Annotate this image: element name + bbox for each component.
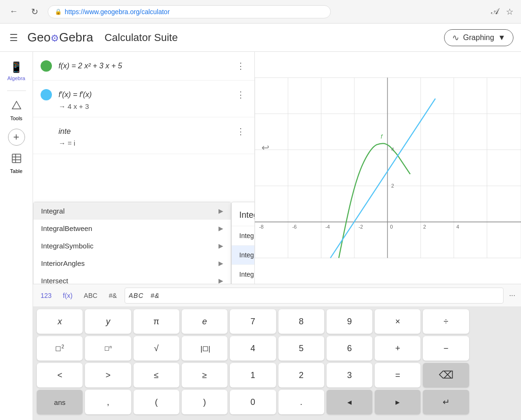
- key-5[interactable]: 5: [278, 336, 324, 361]
- expression-input[interactable]: [125, 288, 504, 304]
- bookmark-button[interactable]: ☆: [504, 5, 515, 19]
- calc-suite-title: Calculator Suite: [104, 32, 177, 44]
- key-plus[interactable]: +: [375, 336, 420, 361]
- expr-menu-btn-3[interactable]: ⋮: [233, 124, 249, 139]
- sidebar-item-table[interactable]: Table: [3, 149, 30, 178]
- key-open-paren[interactable]: (: [134, 390, 179, 414]
- key-greater-than[interactable]: >: [85, 363, 131, 387]
- key-9[interactable]: 9: [327, 309, 372, 334]
- table-icon: [11, 153, 22, 166]
- input-tab-fx[interactable]: f(x): [59, 290, 76, 301]
- reload-button[interactable]: ↻: [27, 5, 42, 19]
- input-tab-hash[interactable]: #&: [105, 290, 120, 301]
- key-enter[interactable]: ↵: [423, 390, 469, 414]
- autocomplete-chevron-1: ▶: [218, 225, 223, 232]
- add-expression-button[interactable]: +: [8, 129, 25, 146]
- key-ans[interactable]: ans: [37, 390, 83, 414]
- expr-menu-btn-1[interactable]: ⋮: [233, 59, 249, 73]
- sidebar-item-tools[interactable]: Tools: [3, 97, 30, 125]
- key-comma[interactable]: ,: [85, 390, 131, 414]
- svg-text:|☐|: |☐|: [201, 345, 210, 353]
- input-tab-123[interactable]: 123: [37, 290, 55, 301]
- logo-geogebra: Geo⚙Gebra: [27, 30, 93, 45]
- sidebar-item-label-table: Table: [10, 168, 22, 174]
- key-abs[interactable]: |☐|: [182, 336, 227, 361]
- key-pi[interactable]: π: [134, 309, 179, 334]
- key-divide[interactable]: ÷: [423, 309, 469, 334]
- key-equals[interactable]: =: [375, 363, 420, 387]
- input-more-button[interactable]: ···: [507, 289, 517, 302]
- autocomplete-label-3: InteriorAngles: [41, 259, 85, 267]
- url-text: https://www.geogebra.org/calculator: [65, 8, 170, 16]
- autocomplete-label-4: Intersect: [41, 277, 68, 284]
- autocomplete-label-0: Integral: [41, 207, 65, 215]
- parabola-curve: [339, 143, 410, 258]
- graph-area[interactable]: -8 -6 -4 -2 0 2 4 2 4: [255, 52, 521, 284]
- address-bar[interactable]: 🔒 https://www.geogebra.org/calculator: [48, 5, 331, 18]
- expr-dot-3: [39, 124, 54, 139]
- key-multiply[interactable]: ×: [375, 309, 420, 334]
- key-y[interactable]: y: [85, 309, 131, 334]
- tooltip-panel: Integral ? Integral( Function ) Integral…: [231, 202, 255, 284]
- key-right-arrow[interactable]: ▸: [375, 390, 420, 414]
- tooltip-option-2[interactable]: Integral( Function, Start x-Value, End x…: [232, 265, 255, 284]
- expr-text-2: f′(x) = f′(x): [59, 91, 233, 99]
- key-backspace[interactable]: ⌫: [423, 363, 469, 387]
- undo-hint-icon: ↩: [261, 142, 269, 153]
- tooltip-title: Integral: [239, 210, 255, 220]
- key-4[interactable]: 4: [230, 336, 276, 361]
- tools-icon: [11, 100, 22, 114]
- graphing-curve-icon: ∿: [452, 33, 459, 43]
- key-geq[interactable]: ≥: [182, 363, 227, 387]
- tooltip-option-0[interactable]: Integral( Function ): [232, 226, 255, 246]
- menu-button[interactable]: ☰: [8, 30, 20, 45]
- key-x[interactable]: x: [37, 309, 83, 334]
- autocomplete-item-4[interactable]: Intersect ▶: [34, 272, 231, 284]
- key-6[interactable]: 6: [327, 336, 372, 361]
- autocomplete-item-0[interactable]: Integral ▶: [34, 202, 231, 220]
- tooltip-header: Integral ?: [232, 202, 255, 226]
- expr-text-1: f(x) = 2 x² + 3 x + 5: [59, 62, 233, 70]
- svg-text:-4: -4: [325, 224, 330, 230]
- autocomplete-menu: Integral ▶ IntegralBetween ▶ IntegralSym…: [33, 202, 231, 284]
- key-less-than[interactable]: <: [37, 363, 83, 387]
- key-minus[interactable]: −: [423, 336, 469, 361]
- key-0[interactable]: 0: [230, 390, 276, 414]
- svg-rect-1: [12, 154, 21, 163]
- tooltip-option-1[interactable]: Integral( Function, Variable ): [232, 246, 255, 265]
- key-1[interactable]: 1: [230, 363, 276, 387]
- svg-text:-2: -2: [359, 224, 363, 230]
- app-header: ☰ Geo⚙Gebra Calculator Suite ∿ Graphing …: [0, 24, 521, 52]
- key-x-power-n[interactable]: ☐n: [85, 336, 131, 361]
- lock-icon: 🔒: [55, 8, 62, 15]
- key-2[interactable]: 2: [278, 363, 324, 387]
- key-left-arrow[interactable]: ◂: [327, 390, 372, 414]
- key-sqrt[interactable]: √: [134, 336, 179, 361]
- key-leq[interactable]: ≤: [134, 363, 179, 387]
- autocomplete-item-1[interactable]: IntegralBetween ▶: [34, 220, 231, 237]
- f-label: f: [381, 133, 383, 140]
- expr-dot-1: [39, 58, 54, 74]
- sidebar-item-algebra[interactable]: 📱 Algebra: [3, 58, 30, 85]
- key-e[interactable]: e: [182, 309, 227, 334]
- expression-item-1: f(x) = 2 x² + 3 x + 5 ⋮: [33, 52, 254, 81]
- reader-button[interactable]: 𝒜: [489, 5, 500, 19]
- back-button[interactable]: ←: [6, 5, 22, 18]
- key-7[interactable]: 7: [230, 309, 276, 334]
- expression-item-2: f′(x) = f′(x) ⋮ → 4 x + 3: [33, 81, 254, 117]
- key-8[interactable]: 8: [278, 309, 324, 334]
- input-tab-abc[interactable]: ABC: [80, 290, 101, 301]
- autocomplete-item-2[interactable]: IntegralSymbolic ▶: [34, 237, 231, 255]
- autocomplete-label-2: IntegralSymbolic: [41, 242, 93, 250]
- graphing-dropdown[interactable]: ∿ Graphing ▼: [444, 29, 513, 46]
- svg-text:0: 0: [390, 224, 393, 230]
- sidebar-divider: [7, 91, 26, 91]
- expr-menu-btn-2[interactable]: ⋮: [233, 88, 249, 102]
- key-3[interactable]: 3: [327, 363, 372, 387]
- key-x-squared[interactable]: ☐2: [37, 336, 83, 361]
- left-sidebar: 📱 Algebra Tools +: [0, 52, 33, 420]
- key-close-paren[interactable]: ): [182, 390, 227, 414]
- svg-text:-6: -6: [292, 224, 297, 230]
- key-dot[interactable]: .: [278, 390, 324, 414]
- autocomplete-item-3[interactable]: InteriorAngles ▶: [34, 255, 231, 272]
